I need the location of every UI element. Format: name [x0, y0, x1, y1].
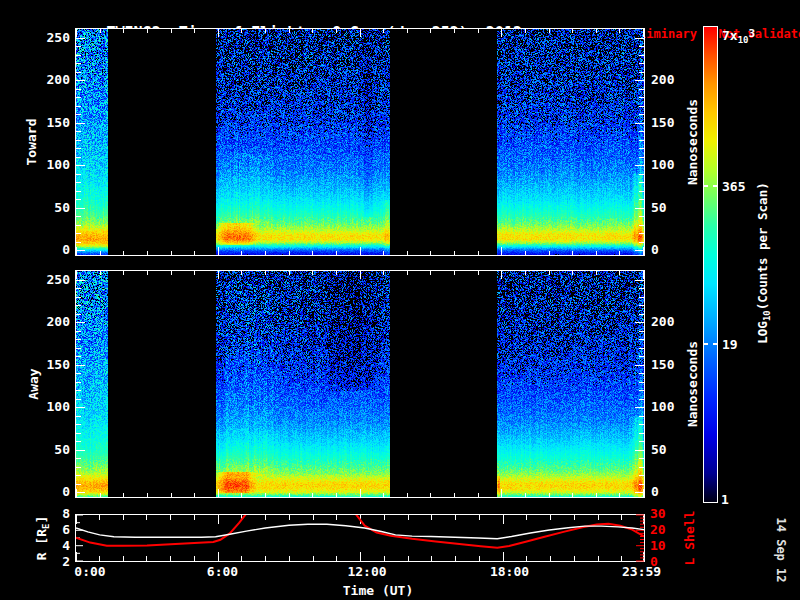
away-axis-label: Away — [26, 368, 41, 399]
r-ytick-label: 4 — [40, 539, 70, 553]
r-line — [76, 524, 644, 539]
toward-ytick-label: 100 — [25, 158, 70, 172]
away-right-ytick-label: 50 — [651, 442, 667, 456]
l-shell-ytick-label: 10 — [650, 539, 666, 553]
toward-right-ytick-label: 150 — [651, 116, 674, 130]
time-tick-label: 6:00 — [188, 565, 258, 579]
r-ytick-label: 6 — [40, 523, 70, 537]
toward-ytick-label: 250 — [25, 31, 70, 45]
colorbar-min-label: 1 — [721, 492, 729, 507]
time-axis-label: Time (UT) — [288, 583, 468, 598]
colorbar-tick-mark — [704, 343, 708, 345]
toward-ytick-label: 0 — [25, 243, 70, 257]
toward-ytick-label: 200 — [25, 73, 70, 87]
toward-spectrogram — [75, 28, 645, 256]
away-ytick-label: 0 — [25, 485, 70, 499]
l-shell-axis-label: L Shell — [682, 511, 697, 566]
creation-date-stamp: 14 Sep 12 — [774, 517, 788, 582]
colorbar-tick-mark — [704, 185, 708, 187]
r-ytick-label: 8 — [40, 507, 70, 521]
nanoseconds-label-middle: Nanoseconds — [685, 341, 700, 427]
colorbar-title: LOG10(Counts per Scan) — [755, 182, 772, 343]
l-shell-ytick-label: 20 — [650, 523, 666, 537]
colorbar-tick-mark — [713, 343, 717, 345]
away-ytick-label: 200 — [25, 315, 70, 329]
toward-ytick-label: 150 — [25, 116, 70, 130]
colorbar-tick-mark — [713, 185, 717, 187]
away-right-ytick-label: 150 — [651, 358, 674, 372]
orbit-ticks — [76, 515, 644, 561]
time-tick-label: 12:00 — [332, 565, 402, 579]
colorbar-max-label: 7x103 — [722, 27, 755, 45]
l-shell-ytick-label: 30 — [650, 507, 666, 521]
time-tick-label: 18:00 — [475, 565, 545, 579]
away-ytick-label: 250 — [25, 273, 70, 287]
time-tick-label: 0:00 — [55, 565, 125, 579]
colorbar-gradient — [703, 26, 718, 503]
away-right-ytick-label: 100 — [651, 400, 674, 414]
away-ytick-label: 150 — [25, 358, 70, 372]
away-ytick-label: 100 — [25, 400, 70, 414]
away-spectrogram — [75, 270, 645, 498]
toward-right-ytick-label: 100 — [651, 158, 674, 172]
toward-ytick-label: 50 — [25, 200, 70, 214]
toward-right-ytick-label: 200 — [651, 73, 674, 87]
toward-right-ytick-label: 0 — [651, 243, 659, 257]
twins2-tof-plot: TWINS2: Time of Flight: 8 Sep (doy 252),… — [0, 0, 800, 600]
away-ytick-label: 50 — [25, 442, 70, 456]
time-tick-label: 23:59 — [607, 565, 677, 579]
l-shell-line — [76, 514, 644, 548]
nanoseconds-label-top: Nanoseconds — [685, 99, 700, 185]
colorbar-tick-19: 19 — [722, 336, 738, 351]
colorbar-tick-365: 365 — [722, 178, 745, 193]
l-shell-ticks — [636, 515, 644, 561]
toward-right-ytick-label: 50 — [651, 200, 667, 214]
orbit-plot — [75, 514, 645, 562]
away-right-ytick-label: 0 — [651, 485, 659, 499]
away-right-ytick-label: 200 — [651, 315, 674, 329]
